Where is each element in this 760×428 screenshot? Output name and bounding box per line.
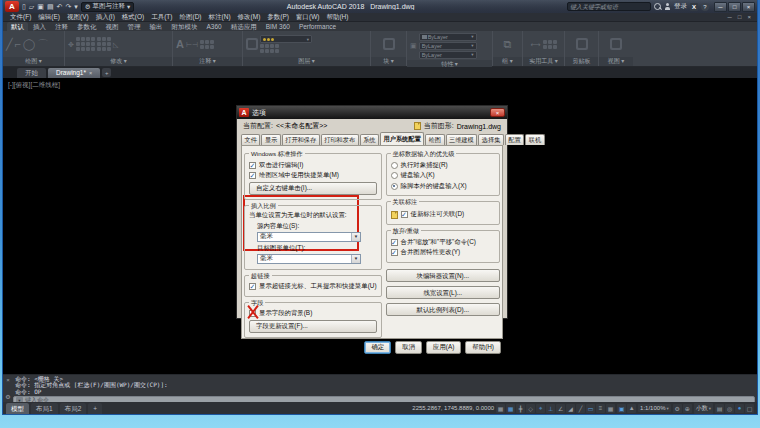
field-update-settings-button[interactable]: 字段更新设置(F)... xyxy=(249,320,377,333)
object-snap-tracking-icon[interactable]: ╱ xyxy=(576,404,585,413)
menu-item-1[interactable]: 编辑(E) xyxy=(35,13,63,22)
menu-item-7[interactable]: 标注(N) xyxy=(206,13,234,22)
ribbon-tab-9[interactable]: 精选应用 xyxy=(227,22,261,31)
panel-label-groups[interactable]: 组 ▾ xyxy=(493,57,522,66)
match-properties-icon[interactable]: ▣ xyxy=(410,42,417,49)
annotation-monitor-icon[interactable]: ⊕ xyxy=(683,404,692,413)
menu-item-9[interactable]: 参数(P) xyxy=(264,13,292,22)
graphics-performance-icon[interactable]: ● xyxy=(735,404,744,413)
circle-icon[interactable]: ◯ xyxy=(23,39,35,50)
isometric-drafting-icon[interactable]: ◢ xyxy=(566,404,575,413)
erase-icon[interactable]: ◺ xyxy=(113,41,118,48)
object-color-dropdown[interactable]: ByLayer▾ xyxy=(419,33,477,41)
view-tool-icon[interactable] xyxy=(610,38,622,50)
panel-label-block[interactable]: 块 ▾ xyxy=(371,57,406,66)
dialog-tab-6[interactable]: 绘图 xyxy=(425,134,444,145)
panel-label-utilities[interactable]: 实用工具 ▾ xyxy=(523,57,564,66)
menu-item-11[interactable]: 帮助(H) xyxy=(323,13,351,22)
dialog-tab-4[interactable]: 系统 xyxy=(360,134,379,145)
ribbon-tab-10[interactable]: BIM 360 xyxy=(262,22,294,31)
make-dimensions-associative-checkbox[interactable] xyxy=(401,211,408,218)
ribbon-tab-8[interactable]: A360 xyxy=(203,22,226,31)
modify-tools-cluster-2[interactable] xyxy=(97,37,111,51)
dialog-tab-8[interactable]: 选择集 xyxy=(478,134,504,145)
text-icon[interactable]: A xyxy=(176,39,184,50)
lineweight-icon[interactable]: ≡ xyxy=(596,404,605,413)
workspace-selector[interactable]: ⚙ 草图与注释 ▾ xyxy=(81,2,135,12)
qat-undo-icon[interactable]: ↶ xyxy=(56,3,64,11)
qat-save-icon[interactable]: ▣ xyxy=(36,3,45,11)
double-click-checkbox[interactable] xyxy=(249,162,256,169)
file-tab-start[interactable]: 开始 xyxy=(17,68,46,78)
ribbon-tab-0[interactable]: 默认 xyxy=(7,22,28,31)
new-layout-button[interactable]: + xyxy=(88,403,102,414)
doc-restore-icon[interactable]: □ xyxy=(736,14,744,20)
transparency-icon[interactable]: ▦ xyxy=(606,404,615,413)
lineweight-settings-button[interactable]: 线宽设置(L)... xyxy=(386,286,500,299)
modify-tools-cluster[interactable] xyxy=(76,37,95,51)
model-space-icon[interactable]: ▦ xyxy=(496,404,505,413)
arc-icon[interactable]: ⌒ xyxy=(37,39,48,50)
line-icon[interactable]: ╱ xyxy=(6,39,13,50)
app-store-icon[interactable]: X xyxy=(690,3,698,11)
field-background-checkbox[interactable] xyxy=(249,310,256,317)
doc-minimize-icon[interactable]: ─ xyxy=(726,14,734,20)
dialog-tab-0[interactable]: 文件 xyxy=(241,134,260,145)
isolate-objects-icon[interactable]: ◎ xyxy=(725,404,734,413)
ortho-mode-icon[interactable]: ⊥ xyxy=(546,404,555,413)
annotation-scale-control[interactable]: 1:1/100%▾ xyxy=(638,404,671,412)
measure-icon[interactable]: ⟷ xyxy=(530,41,540,48)
default-scale-list-button[interactable]: 默认比例列表(D)... xyxy=(386,303,500,316)
panel-label-draw[interactable]: 绘图 ▾ xyxy=(3,57,64,66)
menu-item-0[interactable]: 文件(F) xyxy=(7,13,34,22)
menu-item-4[interactable]: 格式(O) xyxy=(119,13,147,22)
layout-tab-layout2[interactable]: 布局2 xyxy=(60,403,87,414)
menu-item-2[interactable]: 视图(V) xyxy=(64,13,92,22)
layer-dropdown[interactable]: ▾ xyxy=(260,35,312,43)
annotation-visibility-icon[interactable]: ▣ xyxy=(617,404,626,413)
ribbon-tab-4[interactable]: 视图 xyxy=(102,22,123,31)
clean-screen-icon[interactable]: ▢ xyxy=(745,404,754,413)
help-search-input[interactable] xyxy=(567,2,651,11)
panel-label-view[interactable]: 视图 ▾ xyxy=(599,57,633,66)
dialog-tab-9[interactable]: 配置 xyxy=(505,134,524,145)
lineweight-dropdown[interactable]: ByLayer▾ xyxy=(419,51,477,59)
linetype-dropdown[interactable]: ByLayer▾ xyxy=(419,42,477,50)
search-icon[interactable] xyxy=(654,3,661,10)
panel-label-modify[interactable]: 修改 ▾ xyxy=(65,57,172,66)
dialog-close-button[interactable]: × xyxy=(490,108,505,117)
move-icon[interactable]: ✥ xyxy=(68,41,74,48)
menu-item-6[interactable]: 绘图(D) xyxy=(177,13,205,22)
polar-tracking-icon[interactable]: ∠ xyxy=(556,404,565,413)
close-button[interactable]: × xyxy=(742,2,755,12)
dialog-tab-3[interactable]: 打印和发布 xyxy=(321,134,359,145)
customize-command-icon[interactable]: ⚙ xyxy=(5,393,10,400)
help-button[interactable]: 帮助(H) xyxy=(465,341,501,354)
layer-tools-cluster[interactable] xyxy=(260,44,312,53)
ok-button[interactable]: 确定 xyxy=(364,341,391,354)
restore-button[interactable]: □ xyxy=(728,2,741,12)
ribbon-tab-11[interactable]: Performance xyxy=(295,22,340,31)
viewport-controls[interactable]: [-][俯视][二维线框] xyxy=(8,81,60,90)
ribbon-tab-5[interactable]: 管理 xyxy=(124,22,145,31)
combine-layer-property-checkbox[interactable] xyxy=(391,249,398,256)
dynamic-input-icon[interactable]: ⌖ xyxy=(536,404,545,413)
annotation-autoscale-icon[interactable]: ▲ xyxy=(627,404,636,413)
ribbon-tab-7[interactable]: 附加模块 xyxy=(168,22,202,31)
qat-new-icon[interactable]: ▯ xyxy=(21,3,27,11)
group-icon[interactable]: ⧉ xyxy=(504,39,512,50)
qat-dropdown-icon[interactable]: ▾ xyxy=(73,3,79,11)
paste-icon[interactable] xyxy=(576,38,588,50)
qat-plot-icon[interactable]: ▤ xyxy=(46,3,55,11)
autocad-logo-button[interactable]: A xyxy=(5,1,19,12)
dimension-icon[interactable]: ⊢⊣ xyxy=(186,41,198,48)
panel-label-annotation[interactable]: 注释 ▾ xyxy=(173,57,242,66)
combine-zoom-pan-checkbox[interactable] xyxy=(391,239,398,246)
quick-properties-icon[interactable]: ▤ xyxy=(715,404,724,413)
block-editor-settings-button[interactable]: 块编辑器设置(N)... xyxy=(386,269,500,282)
panel-label-clipboard[interactable]: 剪贴板 xyxy=(565,57,598,66)
file-tab-drawing1[interactable]: Drawing1* × xyxy=(48,68,100,78)
utility-tools-cluster[interactable] xyxy=(543,40,557,49)
polyline-icon[interactable]: ⌐ xyxy=(15,39,21,50)
menu-item-8[interactable]: 修改(M) xyxy=(235,13,264,22)
